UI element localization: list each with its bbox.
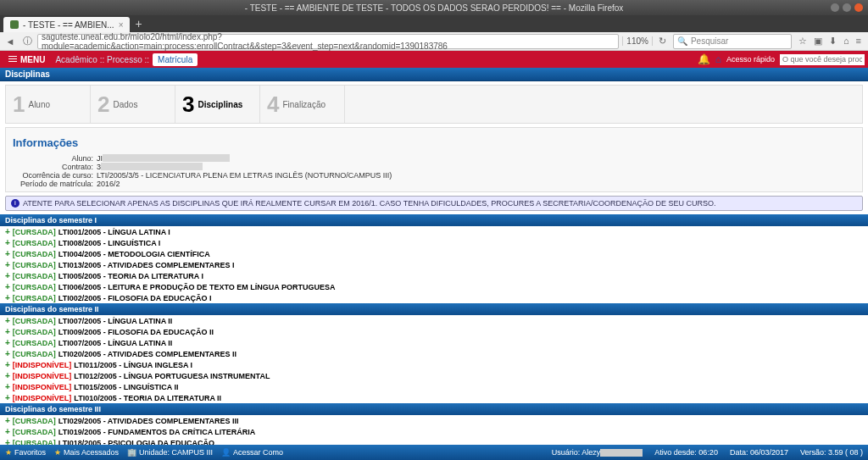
- discipline-row[interactable]: +[CURSADA] LTI001/2005 - LÍNGUA LATINA I: [0, 226, 868, 237]
- user-icon: 👤: [221, 448, 231, 457]
- reload-icon[interactable]: ↻: [656, 35, 670, 48]
- expand-icon[interactable]: +: [5, 282, 10, 291]
- toolbar-icons: ☆ ▣ ⬇ ⌂ ≡: [795, 36, 865, 47]
- discipline-row[interactable]: +[INDISPONÍVEL] LTI015/2005 - LINGUÍSTIC…: [0, 381, 868, 392]
- step-2[interactable]: 2Dados: [91, 86, 175, 123]
- menu-button[interactable]: MENU: [3, 55, 50, 64]
- discipline-row[interactable]: +[CURSADA] LTI009/2005 - FILOSOFIA DA ED…: [0, 326, 868, 337]
- discipline-code: LTI004/2005 - METODOLOGIA CIENTÍFICA: [58, 250, 210, 258]
- status-tag: [CURSADA]: [13, 339, 56, 347]
- discipline-row[interactable]: +[CURSADA] LTI029/2005 - ATIVIDADES COMP…: [0, 415, 868, 426]
- info-icon: i: [11, 199, 19, 208]
- discipline-row[interactable]: +[CURSADA] LTI013/2005 - ATIVIDADES COMP…: [0, 259, 868, 270]
- discipline-row[interactable]: +[CURSADA] LTI004/2005 - METODOLOGIA CIE…: [0, 248, 868, 259]
- new-tab-button[interactable]: +: [130, 17, 147, 30]
- status-tag: [CURSADA]: [13, 261, 56, 269]
- step-3[interactable]: 3Disciplinas: [175, 86, 260, 123]
- expand-icon[interactable]: +: [5, 260, 10, 269]
- expand-icon[interactable]: +: [5, 349, 10, 358]
- discipline-row[interactable]: +[CURSADA] LTI002/2005 - FILOSOFIA DA ED…: [0, 292, 868, 303]
- redacted: [101, 163, 203, 170]
- info-alert: i ATENTE PARA SELECIONAR APENAS AS DISCI…: [5, 196, 863, 211]
- discipline-row[interactable]: +[CURSADA] LTI007/2005 - LÍNGUA LATINA I…: [0, 315, 868, 326]
- expand-icon[interactable]: +: [5, 360, 10, 369]
- zoom-level[interactable]: 110%: [622, 36, 653, 46]
- discipline-row[interactable]: +[CURSADA] LTI007/2005 - LÍNGUA LATINA I…: [0, 337, 868, 348]
- sb-unidade[interactable]: 🏢Unidade: CAMPUS III: [127, 448, 213, 457]
- discipline-row[interactable]: +[CURSADA] LTI008/2005 - LINGUÍSTICA I: [0, 237, 868, 248]
- expand-icon[interactable]: +: [5, 293, 10, 302]
- wizard-steps: 1Aluno 2Dados 3Disciplinas 4Finalização: [5, 85, 863, 124]
- window-title: - TESTE - == AMBIENTE DE TESTE - TODOS O…: [0, 3, 868, 13]
- expand-icon[interactable]: +: [5, 371, 10, 380]
- page: MENU Acadêmico :: Processo :: Matrícula …: [0, 51, 868, 460]
- discipline-code: LTI006/2005 - LEITURA E PRODUÇÃO DE TEXT…: [58, 283, 336, 291]
- browser-navbar: ◄ ⓘ saguteste.uneal.edu.br/miolo20/html/…: [0, 32, 868, 51]
- browser-tabstrip: - TESTE - == AMBIEN... × +: [0, 15, 868, 32]
- sb-versao: Versão: 3.59 ( 08 ): [800, 448, 863, 457]
- semester-header: Disciplinas do semestre I: [0, 214, 868, 226]
- status-tag: [CURSADA]: [13, 272, 56, 280]
- bell-icon[interactable]: 🔔: [698, 53, 710, 65]
- search-placeholder: Pesquisar: [691, 36, 728, 46]
- discipline-row[interactable]: +[CURSADA] LTI005/2005 - TEORIA DA LITER…: [0, 270, 868, 281]
- semester-header: Disciplinas do semestre II: [0, 303, 868, 315]
- expand-icon[interactable]: +: [5, 316, 10, 325]
- discipline-row[interactable]: +[INDISPONÍVEL] LTI011/2005 - LÍNGUA ING…: [0, 359, 868, 370]
- expand-icon[interactable]: +: [5, 249, 10, 258]
- crumb-active: Matrícula: [153, 53, 198, 66]
- crumb-academico[interactable]: Acadêmico: [55, 55, 97, 64]
- sb-data: Data: 06/03/2017: [730, 448, 788, 457]
- expand-icon[interactable]: +: [5, 238, 10, 247]
- discipline-row[interactable]: +[CURSADA] LTI019/2005 - FUNDAMENTOS DA …: [0, 426, 868, 437]
- sb-favoritos[interactable]: ★Favoritos: [5, 448, 46, 457]
- expand-icon[interactable]: +: [5, 427, 10, 436]
- discipline-row[interactable]: +[CURSADA] LTI006/2005 - LEITURA E PRODU…: [0, 281, 868, 292]
- expand-icon[interactable]: +: [5, 227, 10, 236]
- discipline-code: LTI013/2005 - ATIVIDADES COMPLEMENTARES …: [58, 261, 235, 269]
- expand-icon[interactable]: +: [5, 382, 10, 391]
- app-search-input[interactable]: [780, 54, 865, 65]
- maximize-button[interactable]: [843, 3, 851, 12]
- expand-icon[interactable]: +: [5, 327, 10, 336]
- expand-icon[interactable]: +: [5, 338, 10, 347]
- status-tag: [CURSADA]: [13, 328, 56, 336]
- app-topbar: MENU Acadêmico :: Processo :: Matrícula …: [0, 51, 868, 68]
- pocket-icon[interactable]: ▣: [814, 36, 822, 47]
- url-bar[interactable]: saguteste.uneal.edu.br/miolo20/html/inde…: [37, 34, 619, 49]
- downloads-icon[interactable]: ⬇: [829, 36, 837, 47]
- discipline-row[interactable]: +[INDISPONÍVEL] LTI010/2005 - TEORIA DA …: [0, 392, 868, 403]
- bookmark-icon[interactable]: ☆: [798, 36, 807, 47]
- expand-icon[interactable]: +: [5, 393, 10, 402]
- close-tab-icon[interactable]: ×: [119, 20, 124, 30]
- info-panel: Informações Aluno:JI Contrato:3 Ocorrênc…: [5, 127, 863, 192]
- discipline-code: LTI010/2005 - TEORIA DA LITERATURA II: [74, 394, 221, 402]
- discipline-code: LTI011/2005 - LÍNGUA INGLESA I: [74, 361, 192, 369]
- expand-icon[interactable]: +: [5, 416, 10, 425]
- back-icon[interactable]: ◄: [3, 35, 17, 48]
- discipline-code: LTI029/2005 - ATIVIDADES COMPLEMENTARES …: [58, 417, 239, 425]
- home-icon[interactable]: ⌂: [715, 53, 721, 65]
- home-icon[interactable]: ⌂: [843, 36, 849, 47]
- status-tag: [CURSADA]: [13, 417, 56, 425]
- sb-acessar[interactable]: 👤Acessar Como: [221, 448, 283, 457]
- status-tag: [CURSADA]: [13, 350, 56, 358]
- info-icon[interactable]: ⓘ: [20, 35, 34, 48]
- step-4[interactable]: 4Finalização: [260, 86, 345, 123]
- hamburger-icon[interactable]: ≡: [856, 36, 861, 47]
- browser-tab[interactable]: - TESTE - == AMBIEN... ×: [3, 17, 130, 32]
- crumb-processo[interactable]: Processo: [107, 55, 142, 64]
- status-tag: [CURSADA]: [13, 283, 56, 291]
- expand-icon[interactable]: +: [5, 271, 10, 280]
- sb-mais[interactable]: ★Mais Acessados: [54, 448, 119, 457]
- os-titlebar: - TESTE - == AMBIENTE DE TESTE - TODOS O…: [0, 0, 868, 15]
- minimize-button[interactable]: [831, 3, 839, 12]
- close-window-button[interactable]: [854, 3, 863, 12]
- step-1[interactable]: 1Aluno: [6, 86, 91, 123]
- status-tag: [CURSADA]: [13, 228, 56, 236]
- browser-search[interactable]: 🔍 Pesquisar: [673, 34, 792, 49]
- discipline-code: LTI002/2005 - FILOSOFIA DA EDUCAÇÃO I: [58, 294, 212, 302]
- discipline-row[interactable]: +[CURSADA] LTI020/2005 - ATIVIDADES COMP…: [0, 348, 868, 359]
- discipline-row[interactable]: +[INDISPONÍVEL] LTI012/2005 - LÍNGUA POR…: [0, 370, 868, 381]
- status-tag: [CURSADA]: [13, 250, 56, 258]
